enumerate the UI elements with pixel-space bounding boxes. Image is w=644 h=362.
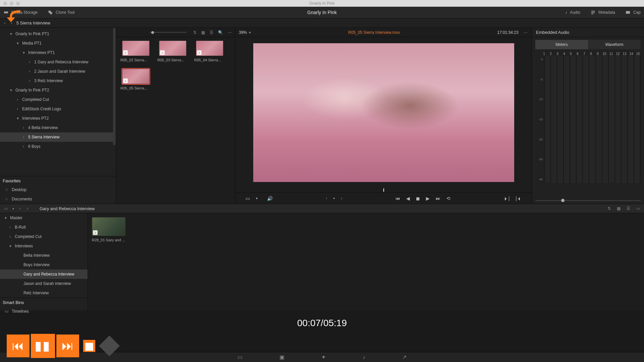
last-frame-button[interactable]: ⏭ <box>436 196 440 201</box>
tree-item[interactable]: ▾Media PT1 <box>0 39 116 48</box>
step-back-button[interactable]: ◀ <box>406 196 410 201</box>
pool-back[interactable]: ‹ <box>18 206 22 211</box>
smartbin-item[interactable]: ▭Timelines <box>0 307 88 316</box>
mac-max-dot[interactable] <box>16 2 20 5</box>
pool-expand-icon[interactable]: ▭ <box>636 205 641 212</box>
match-dropdown-icon[interactable]: ▾ <box>256 196 258 200</box>
jog-back-icon[interactable]: ‹ <box>326 196 327 200</box>
first-frame-button[interactable]: ⏮ <box>395 196 400 201</box>
media-tree[interactable]: ▾Gnarly In Pink PT1▾Media PT1▾Interviews… <box>0 28 116 176</box>
grid-view-icon[interactable]: ▦ <box>201 29 206 36</box>
tree-item[interactable]: ▾Gnarly In Pink PT2 <box>0 85 116 95</box>
bin-tree-item[interactable]: ▾Master <box>0 213 88 223</box>
video-viewport[interactable] <box>235 37 532 188</box>
clip-thumbnail[interactable]: ♪R05_04 Sierra... <box>193 41 226 62</box>
jog-dot-icon[interactable]: ● <box>333 197 335 200</box>
viewer-clip-name: R05_05 Sierra Interview.mov <box>348 30 400 35</box>
pool-dropdown-icon[interactable]: ▾ <box>12 206 15 211</box>
overlay-marker-button[interactable] <box>99 336 120 356</box>
page-fusion-icon[interactable]: ✦ <box>321 354 326 360</box>
svg-rect-4 <box>591 12 595 13</box>
audio-panel-button[interactable]: ♪ Audio <box>565 10 580 15</box>
page-fairlight-icon[interactable]: ♪ <box>363 354 365 360</box>
tree-item[interactable]: ›6 Boys <box>0 142 116 151</box>
bin-tree-item[interactable]: ›Completed Cut <box>0 232 88 241</box>
bin-tree-item[interactable]: ▾Interviews <box>0 241 88 251</box>
bin-content[interactable]: ♪ R28_01 Gary and ... <box>88 213 644 310</box>
match-frame-icon[interactable]: ▭ <box>246 196 250 201</box>
overlay-next-button[interactable]: ⏭ <box>56 335 79 357</box>
overlay-back-button[interactable] <box>5 6 25 27</box>
pool-list-icon[interactable]: ☰ <box>626 205 631 212</box>
bin-tree-item[interactable]: Boys Interview <box>0 260 88 269</box>
tab-meters[interactable]: Meters <box>535 40 588 49</box>
out-point-button[interactable]: |⏴ <box>516 196 522 201</box>
clip-thumbnail[interactable]: ♪R05_05 Sierra... <box>119 69 152 90</box>
favorite-item[interactable]: ☆Desktop <box>0 185 116 194</box>
project-title: Gnarly In Pink <box>307 10 337 15</box>
tree-item[interactable]: ▾Interviews PT1 <box>0 48 116 57</box>
bin-tree-item[interactable]: Relz Interview <box>0 288 88 298</box>
mac-min-dot[interactable] <box>10 2 13 5</box>
pool-forward[interactable]: › <box>25 206 30 211</box>
metadata-button[interactable]: Metadata <box>590 10 615 15</box>
viewer-panel: 39% ▾ R05_05 Sierra Interview.mov 17:01:… <box>235 28 532 204</box>
pool-grid-icon[interactable]: ▦ <box>616 205 621 212</box>
play-button[interactable]: ▶ <box>426 196 430 201</box>
music-note-icon: ♪ <box>565 10 567 15</box>
capture-button[interactable]: Cap <box>625 10 641 15</box>
svg-rect-3 <box>591 11 595 11</box>
clip-thumbnail[interactable]: ♪R05_02 Sierra... <box>119 41 152 62</box>
page-deliver-icon[interactable]: ↗ <box>402 354 407 360</box>
tree-item[interactable]: ›3 Relz Interview <box>0 76 116 85</box>
bin-tree-item[interactable]: ›B-Roll <box>0 223 88 232</box>
page-media-icon[interactable]: ▭ <box>237 354 243 360</box>
clone-tool-button[interactable]: Clone Tool <box>48 10 74 15</box>
jog-fwd-icon[interactable]: › <box>341 196 342 200</box>
tree-item[interactable]: ›1 Gary and Rebecca Interview <box>0 57 116 67</box>
metadata-label: Metadata <box>598 10 615 15</box>
bin-tree-panel: ▾Master›B-Roll›Completed Cut▾InterviewsB… <box>0 213 88 310</box>
tree-item[interactable]: ›2 Jason and Sarah Interview <box>0 67 116 76</box>
capture-label: Cap <box>633 10 641 15</box>
clip-thumbnail[interactable]: ♪R05_03 Sierra... <box>156 41 189 62</box>
tree-item[interactable]: ›EditStock Credit Logo <box>0 104 116 114</box>
bin-tree-item[interactable]: Gary and Rebecca Interview <box>0 269 88 279</box>
audio-zoom-slider[interactable] <box>532 197 644 204</box>
mac-close-dot[interactable] <box>3 2 7 5</box>
bin-tree-item[interactable]: Bella Interview <box>0 251 88 260</box>
tree-item[interactable]: ›5 Sierra Interview <box>0 132 116 142</box>
volume-icon[interactable]: 🔊 <box>267 196 273 201</box>
zoom-dropdown-icon[interactable]: ▾ <box>249 30 251 35</box>
tree-item[interactable]: ▾Interviews PT2 <box>0 114 116 123</box>
tab-waveform[interactable]: Waveform <box>588 40 641 49</box>
zoom-value[interactable]: 39% <box>239 30 247 35</box>
search-icon[interactable]: 🔍 <box>217 29 224 36</box>
tree-item[interactable]: ›Completed Cut <box>0 95 116 104</box>
pool-view-icon[interactable]: ▭ <box>3 205 8 212</box>
list-view-icon[interactable]: ☰ <box>209 29 214 36</box>
loop-button[interactable]: ⟲ <box>446 196 450 201</box>
sort-icon[interactable]: ⇅ <box>193 29 197 36</box>
clip-thumb-label: R28_01 Gary and ... <box>92 238 126 242</box>
more-icon[interactable]: ⋯ <box>227 29 232 36</box>
tree-item[interactable]: ›4 Bella Interview <box>0 123 116 132</box>
overlay-pause-button[interactable]: ▮▮ <box>31 334 55 358</box>
in-point-button[interactable]: ⏵| <box>504 196 510 201</box>
pool-sort-icon[interactable]: ⇅ <box>607 205 611 212</box>
mac-titlebar: Gnarly In Pink <box>0 0 644 7</box>
page-edit-icon[interactable]: ▣ <box>279 354 284 360</box>
mac-window-title: Gnarly In Pink <box>309 1 334 6</box>
overlay-prev-button[interactable]: ⏮ <box>7 335 30 357</box>
favorite-item[interactable]: ☆Documents <box>0 194 116 204</box>
audio-badge-icon: ♪ <box>197 50 202 55</box>
bin-tree-item[interactable]: Jason and Sarah interview <box>0 279 88 288</box>
thumb-size-slider[interactable] <box>150 32 186 33</box>
clip-thumbnail[interactable]: ♪ R28_01 Gary and ... <box>92 217 126 242</box>
viewer-more-icon[interactable]: ⋯ <box>523 29 528 36</box>
tree-scrollbar[interactable] <box>113 28 116 145</box>
stop-button[interactable]: ◼ <box>416 196 420 201</box>
overlay-stop-button[interactable]: ◼ <box>83 340 95 352</box>
viewer-scrubber[interactable] <box>235 188 532 192</box>
tree-item[interactable]: ▾Gnarly In Pink PT1 <box>0 29 116 39</box>
